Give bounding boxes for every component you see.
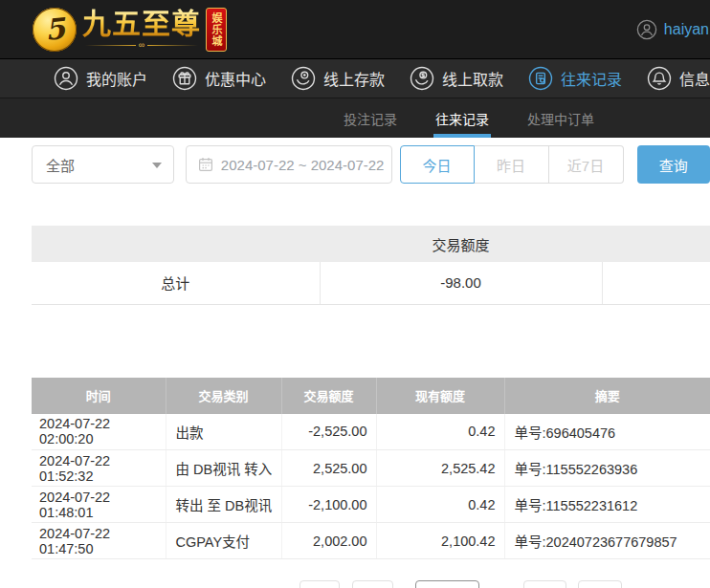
cell-amount: 2,002.00 bbox=[281, 523, 376, 559]
summary-total-label: 总计 bbox=[32, 262, 320, 304]
nav-label: 往来记录 bbox=[561, 67, 622, 90]
user-icon bbox=[54, 66, 78, 91]
nav-label: 信息中心 bbox=[679, 67, 710, 90]
logo-wordmark: 九五至尊 ∞ bbox=[82, 9, 201, 50]
sub-nav: 投注记录 往来记录 处理中订单 bbox=[0, 98, 710, 138]
nav-item-messages[interactable]: 信息中心 bbox=[647, 66, 710, 91]
quick-range-yesterday-button[interactable]: 昨日 bbox=[475, 145, 549, 184]
cell-balance: 2,100.42 bbox=[376, 523, 504, 559]
cell-balance: 0.42 bbox=[376, 487, 504, 523]
type-select[interactable]: 全部 bbox=[32, 145, 174, 184]
logo-flourish: ∞ bbox=[85, 40, 198, 50]
cell-memo: 单号:115552231612 bbox=[504, 487, 710, 523]
nav-label: 我的账户 bbox=[86, 67, 147, 90]
date-range-value: 2024-07-22 ~ 2024-07-22 bbox=[221, 157, 385, 173]
pagination-next-button[interactable] bbox=[523, 580, 566, 588]
search-button[interactable]: 查询 bbox=[637, 145, 710, 184]
summary-header-amount: 交易额度 bbox=[320, 226, 602, 262]
nav-item-withdraw[interactable]: 线上取款 bbox=[410, 66, 503, 91]
summary-table: 交易额度 总计 -98.00 bbox=[32, 226, 710, 305]
gift-icon bbox=[172, 66, 197, 91]
username-link[interactable]: haiyan bbox=[664, 21, 709, 38]
table-row: 2024-07-22 01:52:32 由 DB视讯 转入 2,525.00 2… bbox=[32, 450, 710, 487]
calendar-icon bbox=[198, 157, 213, 172]
site-logo[interactable]: 5 九五至尊 ∞ 娱乐城 bbox=[33, 8, 227, 52]
avatar-icon bbox=[636, 19, 657, 40]
cell-memo: 单号:696405476 bbox=[504, 414, 710, 450]
cell-time: 2024-07-22 01:47:50 bbox=[32, 523, 166, 559]
cell-time: 2024-07-22 01:48:01 bbox=[32, 487, 166, 523]
logo-title: 九五至尊 bbox=[82, 9, 201, 39]
subnav-tab-bet-records[interactable]: 投注记录 bbox=[342, 98, 399, 138]
cell-balance: 0.42 bbox=[376, 414, 504, 450]
transactions-header-row: 时间 交易类别 交易额度 现有额度 摘要 bbox=[32, 378, 710, 414]
page: 5 九五至尊 ∞ 娱乐城 haiyan 我的账户 bbox=[0, 0, 710, 588]
cell-memo: 单号:20240723677679857 bbox=[504, 523, 710, 559]
transactions-table: 时间 交易类别 交易额度 现有额度 摘要 2024-07-22 02:00:20… bbox=[32, 378, 710, 560]
pagination-page-select[interactable] bbox=[415, 580, 479, 588]
table-row: 2024-07-22 01:48:01 转出 至 DB视讯 -2,100.00 … bbox=[32, 487, 710, 523]
chevron-down-icon bbox=[152, 163, 162, 168]
nav-item-promotions[interactable]: 优惠中心 bbox=[172, 66, 266, 91]
summary-header-row: 交易额度 bbox=[32, 226, 710, 262]
nav-label: 线上取款 bbox=[442, 67, 503, 90]
nav-label: 线上存款 bbox=[323, 67, 385, 90]
logo-badge: 娱乐城 bbox=[206, 8, 227, 52]
bell-icon bbox=[647, 66, 672, 91]
records-icon bbox=[528, 66, 553, 91]
table-row: 2024-07-22 01:47:50 CGPAY支付 2,002.00 2,1… bbox=[32, 523, 710, 559]
cell-type: CGPAY支付 bbox=[166, 523, 281, 559]
quick-range-last7days-button[interactable]: 近7日 bbox=[549, 145, 624, 184]
subnav-tab-transaction-records[interactable]: 往来记录 bbox=[433, 98, 491, 138]
pagination-first-button[interactable] bbox=[300, 580, 340, 588]
pagination-last-button[interactable] bbox=[578, 580, 622, 588]
summary-header-empty bbox=[32, 226, 320, 262]
quick-range-group: 今日 昨日 近7日 bbox=[400, 145, 624, 184]
cell-time: 2024-07-22 01:52:32 bbox=[32, 450, 166, 487]
nav-item-deposit[interactable]: 线上存款 bbox=[291, 66, 385, 91]
summary-total-value: -98.00 bbox=[320, 262, 602, 304]
withdraw-icon bbox=[410, 66, 434, 91]
subnav-tab-pending-orders[interactable]: 处理中订单 bbox=[525, 98, 596, 138]
site-header: 5 九五至尊 ∞ 娱乐城 haiyan bbox=[0, 0, 710, 59]
nav-label: 优惠中心 bbox=[205, 67, 266, 90]
cell-balance: 2,525.42 bbox=[376, 450, 504, 487]
cell-amount: 2,525.00 bbox=[281, 450, 376, 487]
filter-bar: 全部 2024-07-22 ~ 2024-07-22 今日 昨日 近7日 查询 bbox=[0, 145, 710, 184]
col-header-time: 时间 bbox=[32, 378, 166, 414]
date-range-input[interactable]: 2024-07-22 ~ 2024-07-22 bbox=[186, 145, 392, 184]
cell-type: 出款 bbox=[166, 414, 281, 450]
quick-range-today-button[interactable]: 今日 bbox=[400, 145, 475, 184]
col-header-amount: 交易额度 bbox=[281, 378, 376, 414]
summary-total-empty bbox=[602, 262, 710, 304]
cell-amount: -2,100.00 bbox=[281, 487, 376, 523]
type-select-value: 全部 bbox=[46, 155, 75, 175]
main-nav: 我的账户 优惠中心 线上存款 线上取款 bbox=[0, 59, 710, 98]
cell-time: 2024-07-22 02:00:20 bbox=[32, 414, 166, 450]
col-header-memo: 摘要 bbox=[504, 378, 710, 414]
col-header-type: 交易类别 bbox=[166, 378, 281, 414]
logo-coin-icon: 5 bbox=[33, 8, 77, 52]
table-row: 2024-07-22 02:00:20 出款 -2,525.00 0.42 单号… bbox=[32, 414, 710, 450]
user-box: haiyan bbox=[636, 0, 710, 59]
nav-item-transactions[interactable]: 往来记录 bbox=[528, 66, 622, 91]
deposit-icon bbox=[291, 66, 316, 91]
cell-amount: -2,525.00 bbox=[281, 414, 376, 450]
summary-header-empty2 bbox=[602, 226, 710, 262]
cell-type: 由 DB视讯 转入 bbox=[166, 450, 281, 487]
nav-item-my-account[interactable]: 我的账户 bbox=[54, 66, 147, 91]
cell-memo: 单号:115552263936 bbox=[504, 450, 710, 487]
summary-total-row: 总计 -98.00 bbox=[32, 262, 710, 304]
col-header-balance: 现有额度 bbox=[376, 378, 504, 414]
cell-type: 转出 至 DB视讯 bbox=[166, 487, 281, 523]
pagination-prev-button[interactable] bbox=[352, 580, 393, 588]
